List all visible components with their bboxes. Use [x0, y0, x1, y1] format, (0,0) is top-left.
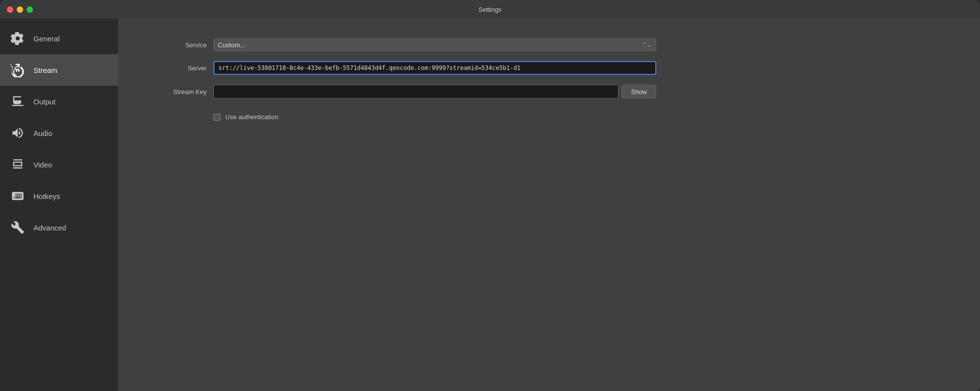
- server-input[interactable]: [214, 61, 656, 75]
- output-icon: [10, 94, 26, 109]
- gear-icon: [10, 31, 26, 46]
- auth-label: Use authentication: [225, 113, 278, 121]
- show-button[interactable]: Show: [621, 85, 656, 98]
- audio-icon: [10, 125, 26, 141]
- advanced-icon: [10, 220, 26, 235]
- maximize-button[interactable]: [27, 6, 33, 13]
- video-icon: [10, 157, 26, 172]
- sidebar-label-output: Output: [33, 98, 56, 106]
- sidebar: General Stream Output: [0, 19, 118, 391]
- service-label: Service: [148, 41, 207, 49]
- stream-key-row: Show: [214, 85, 656, 98]
- stream-icon: [10, 62, 26, 78]
- stream-key-input[interactable]: [214, 85, 618, 98]
- sidebar-item-advanced[interactable]: Advanced: [0, 212, 118, 243]
- window-title: Settings: [479, 6, 502, 13]
- server-label: Server: [148, 65, 207, 72]
- auth-row: Use authentication: [214, 113, 950, 121]
- sidebar-label-audio: Audio: [33, 129, 52, 137]
- minimize-button[interactable]: [17, 6, 23, 13]
- main-content: Service Custom... ⌃⌄ Server Stream Key S…: [118, 19, 980, 391]
- stream-key-wrapper: Show: [214, 85, 656, 98]
- window-controls: [7, 6, 33, 13]
- server-form-group: Server: [148, 61, 950, 75]
- sidebar-item-output[interactable]: Output: [0, 86, 118, 117]
- sidebar-item-stream[interactable]: Stream: [0, 54, 118, 86]
- service-dropdown[interactable]: Custom... ⌃⌄: [214, 38, 656, 51]
- hotkeys-icon: [10, 188, 26, 204]
- app-layout: General Stream Output: [0, 19, 980, 391]
- sidebar-label-advanced: Advanced: [33, 224, 66, 232]
- sidebar-label-video: Video: [33, 161, 52, 169]
- service-select-wrapper[interactable]: Custom... ⌃⌄: [214, 38, 656, 51]
- title-bar: Settings: [0, 0, 980, 19]
- sidebar-item-audio[interactable]: Audio: [0, 117, 118, 149]
- server-input-wrapper: [214, 61, 656, 75]
- sidebar-item-hotkeys[interactable]: Hotkeys: [0, 180, 118, 212]
- stream-key-label: Stream Key: [148, 88, 207, 96]
- sidebar-label-stream: Stream: [33, 66, 57, 74]
- chevron-down-icon: ⌃⌄: [642, 41, 652, 48]
- service-form-group: Service Custom... ⌃⌄: [148, 38, 950, 51]
- service-value: Custom...: [218, 41, 642, 49]
- sidebar-label-hotkeys: Hotkeys: [33, 192, 60, 200]
- sidebar-item-video[interactable]: Video: [0, 149, 118, 180]
- close-button[interactable]: [7, 6, 13, 13]
- auth-checkbox[interactable]: [214, 114, 220, 121]
- sidebar-item-general[interactable]: General: [0, 23, 118, 54]
- sidebar-label-general: General: [33, 34, 60, 43]
- stream-key-form-group: Stream Key Show: [148, 85, 950, 98]
